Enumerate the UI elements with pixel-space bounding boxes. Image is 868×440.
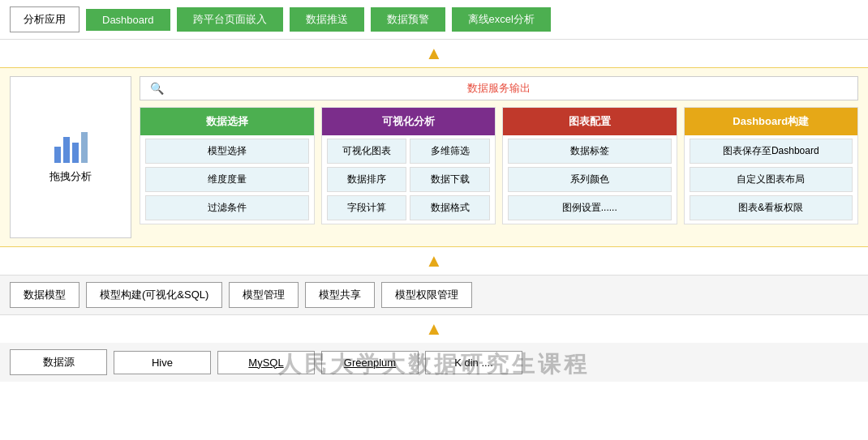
- drag-analysis-label: 拖拽分析: [49, 169, 92, 184]
- drag-analysis-box: 拖拽分析: [10, 76, 131, 238]
- item-data-label[interactable]: 数据标签: [508, 139, 672, 164]
- bar-3: [72, 143, 79, 163]
- model-permission-item[interactable]: 模型权限管理: [381, 282, 472, 308]
- hive-item[interactable]: Hive: [114, 351, 211, 374]
- excel-btn[interactable]: 离线excel分析: [452, 7, 551, 32]
- panel-visual-items: 可视化图表 多维筛选 数据排序 数据下载 字段计算 数据格式: [322, 135, 496, 224]
- item-visual-chart[interactable]: 可视化图表: [327, 139, 407, 164]
- data-model-label: 数据模型: [10, 282, 79, 308]
- panel-visual-header: 可视化分析: [322, 108, 496, 135]
- panel-data-select-header: 数据选择: [140, 108, 314, 135]
- other-item[interactable]: K din ....: [425, 351, 522, 374]
- panel-dashboard-header: Dashboard构建: [685, 108, 858, 135]
- item-data-format[interactable]: 数据格式: [410, 195, 490, 220]
- bar-2: [63, 137, 70, 163]
- dashboard-btn[interactable]: Dashboard: [86, 9, 170, 31]
- search-bar: 🔍 数据服务输出: [140, 76, 858, 100]
- panel-dashboard-items: 图表保存至Dashboard 自定义图表布局 图表&看板权限: [685, 135, 858, 224]
- analysis-app-label: 分析应用: [10, 6, 79, 32]
- model-build-item[interactable]: 模型构建(可视化&SQL): [86, 282, 222, 308]
- bar-4: [81, 132, 88, 163]
- arrow-up-3: ▲: [0, 315, 868, 343]
- arrow-up-2: ▲: [0, 247, 868, 275]
- panel-chart-config: 图表配置 数据标签 系列颜色 图例设置......: [502, 107, 677, 224]
- data-model-section: 数据模型 模型构建(可视化&SQL) 模型管理 模型共享 模型权限管理: [0, 275, 868, 315]
- cross-platform-btn[interactable]: 跨平台页面嵌入: [177, 7, 283, 32]
- item-custom-layout[interactable]: 自定义图表布局: [690, 167, 853, 192]
- right-area: 🔍 数据服务输出 数据选择 模型选择 维度度量 过滤条件 可视化分析: [140, 76, 858, 238]
- item-legend-config[interactable]: 图例设置......: [508, 195, 672, 220]
- item-model-select[interactable]: 模型选择: [145, 139, 309, 164]
- item-multi-filter[interactable]: 多维筛选: [410, 139, 490, 164]
- panel-data-select: 数据选择 模型选择 维度度量 过滤条件: [140, 107, 315, 224]
- arrow-up-1: ▲: [0, 40, 868, 67]
- panel-visual-analysis: 可视化分析 可视化图表 多维筛选 数据排序 数据下载 字段计算 数据格式: [321, 107, 496, 224]
- panels-grid: 数据选择 模型选择 维度度量 过滤条件 可视化分析 可视化图表 多维筛选 数据排…: [140, 107, 858, 224]
- item-save-dashboard[interactable]: 图表保存至Dashboard: [690, 139, 853, 164]
- model-share-item[interactable]: 模型共享: [305, 282, 375, 308]
- chart-icon: [54, 130, 88, 163]
- panel-chart-items: 数据标签 系列颜色 图例设置......: [503, 135, 677, 224]
- data-source-label: 数据源: [10, 349, 107, 375]
- model-manage-item[interactable]: 模型管理: [229, 282, 299, 308]
- middle-section: 拖拽分析 🔍 数据服务输出 数据选择 模型选择 维度度量 过滤条件: [0, 67, 868, 247]
- top-row: 分析应用 Dashboard 跨平台页面嵌入 数据推送 数据预警 离线excel…: [0, 0, 868, 40]
- data-source-section: 数据源 Hive MySQL Greenplum K din .... 人民大学…: [0, 343, 868, 382]
- bar-1: [54, 147, 61, 163]
- item-data-download[interactable]: 数据下载: [410, 167, 490, 192]
- greenplum-item[interactable]: Greenplum: [321, 351, 419, 374]
- data-monitor-btn[interactable]: 数据预警: [371, 7, 445, 32]
- item-filter[interactable]: 过滤条件: [145, 195, 309, 220]
- item-series-color[interactable]: 系列颜色: [508, 167, 672, 192]
- item-data-sort[interactable]: 数据排序: [327, 167, 407, 192]
- search-icon: 🔍: [150, 82, 164, 95]
- data-service-output-label: 数据服务输出: [467, 81, 531, 96]
- panel-data-select-items: 模型选择 维度度量 过滤条件: [140, 135, 314, 224]
- item-field-calc[interactable]: 字段计算: [327, 195, 407, 220]
- panel-chart-header: 图表配置: [503, 108, 677, 135]
- mysql-item[interactable]: MySQL: [217, 351, 315, 374]
- item-chart-permission[interactable]: 图表&看板权限: [690, 195, 853, 220]
- item-dimension[interactable]: 维度度量: [145, 167, 309, 192]
- panel-dashboard-build: Dashboard构建 图表保存至Dashboard 自定义图表布局 图表&看板…: [684, 107, 859, 224]
- data-push-btn[interactable]: 数据推送: [290, 7, 364, 32]
